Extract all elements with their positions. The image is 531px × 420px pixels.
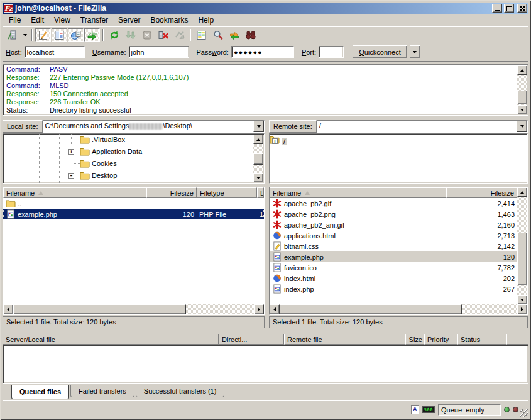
- column-size[interactable]: Size: [405, 334, 424, 345]
- scroll-down-button[interactable]: [517, 295, 527, 304]
- refresh-button[interactable]: [106, 28, 122, 42]
- scroll-up-button[interactable]: [517, 187, 527, 197]
- remote-tree[interactable]: + /: [269, 133, 528, 184]
- scroll-left-button[interactable]: [270, 304, 280, 314]
- scroll-left-button[interactable]: [3, 304, 13, 314]
- resize-grip[interactable]: [520, 409, 528, 417]
- username-input[interactable]: [129, 46, 189, 58]
- site-manager-button[interactable]: [4, 28, 20, 42]
- directory-comparison-button[interactable]: [194, 28, 209, 42]
- host-input[interactable]: [25, 46, 85, 58]
- column-remote-file[interactable]: Remote file: [284, 334, 405, 345]
- local-tree[interactable]: .VirtualBox + Application Data Cookies -…: [3, 133, 265, 184]
- tab-failed-transfers[interactable]: Failed transfers: [70, 385, 134, 397]
- column-filesize[interactable]: Filesize: [146, 187, 197, 198]
- filter-button[interactable]: [210, 28, 226, 42]
- menu-bookmarks[interactable]: Bookmarks: [145, 14, 193, 26]
- file-row[interactable]: index.html 202: [270, 273, 517, 284]
- tab-successful-transfers[interactable]: Successful transfers (1): [136, 385, 225, 397]
- arrow-down-icon: [520, 299, 524, 301]
- quickconnect-dropdown[interactable]: [410, 45, 420, 58]
- column-last-modified[interactable]: L: [257, 187, 264, 198]
- cancel-button[interactable]: [139, 28, 155, 42]
- quickconnect-button[interactable]: Quickconnect: [353, 45, 407, 58]
- find-files-button[interactable]: [243, 28, 258, 42]
- close-button[interactable]: [517, 4, 527, 13]
- tree-item-cookies[interactable]: Cookies: [3, 158, 264, 170]
- scroll-up-button[interactable]: [253, 135, 263, 144]
- tree-item-virtualbox[interactable]: .VirtualBox: [3, 134, 264, 146]
- scroll-thumb[interactable]: [280, 304, 462, 314]
- remote-path-dropdown[interactable]: [517, 121, 527, 132]
- tree-item-root[interactable]: + /: [270, 135, 527, 147]
- menu-view[interactable]: View: [49, 14, 75, 26]
- file-row[interactable]: bitnami.css 2,142: [270, 241, 517, 251]
- local-hscrollbar[interactable]: [3, 304, 264, 314]
- tab-queued-files[interactable]: Queued files: [11, 385, 69, 399]
- menu-server[interactable]: Server: [113, 14, 145, 26]
- menu-help[interactable]: Help: [193, 14, 219, 26]
- maximize-button[interactable]: [504, 4, 514, 13]
- column-server-local-file[interactable]: Server/Local file: [3, 334, 219, 345]
- column-priority[interactable]: Priority: [424, 334, 457, 345]
- local-tree-scrollbar[interactable]: [253, 135, 263, 182]
- file-row[interactable]: applications.html 2,713: [270, 230, 517, 241]
- toolbar: [3, 26, 528, 43]
- column-status[interactable]: Status: [457, 334, 506, 345]
- toggle-local-tree-button[interactable]: [52, 28, 67, 42]
- tree-item-desktop[interactable]: - Desktop: [3, 170, 264, 182]
- scroll-right-button[interactable]: [254, 304, 264, 314]
- file-row[interactable]: apache_pb2.png 1,463: [270, 209, 517, 219]
- menu-file[interactable]: File: [4, 14, 26, 26]
- scroll-up-button[interactable]: [517, 65, 527, 75]
- scroll-thumb[interactable]: [517, 233, 527, 285]
- file-row[interactable]: index.php 267: [270, 284, 517, 294]
- expand-icon[interactable]: +: [68, 149, 74, 155]
- scroll-thumb[interactable]: [253, 153, 263, 165]
- file-row-parent-dir[interactable]: ..: [3, 198, 264, 209]
- toggle-message-log-button[interactable]: [35, 28, 51, 42]
- menu-transfer[interactable]: Transfer: [75, 14, 113, 26]
- process-queue-button[interactable]: [123, 28, 138, 42]
- remote-hscrollbar[interactable]: [270, 304, 527, 314]
- file-row-example-php[interactable]: example.php 120 PHP File 1: [3, 209, 264, 219]
- queue-list[interactable]: [3, 345, 528, 384]
- column-direction[interactable]: Directi...: [219, 334, 284, 345]
- site-manager-dropdown[interactable]: [21, 28, 29, 42]
- file-row[interactable]: apache_pb2.gif 2,414: [270, 198, 517, 209]
- local-path-dropdown[interactable]: [253, 121, 264, 132]
- collapse-icon[interactable]: -: [68, 173, 74, 179]
- column-filesize[interactable]: Filesize: [446, 187, 517, 198]
- synchronized-browsing-button[interactable]: [226, 28, 242, 42]
- remote-path-combo[interactable]: /: [317, 120, 528, 133]
- file-row[interactable]: apache_pb2_ani.gif 2,160: [270, 219, 517, 230]
- password-input[interactable]: [231, 46, 294, 58]
- tree-item-application-data[interactable]: + Application Data: [3, 146, 264, 158]
- menu-edit[interactable]: Edit: [26, 14, 49, 26]
- toggle-remote-tree-button[interactable]: [68, 28, 84, 42]
- local-path-combo[interactable]: C:\Documents and Settings\Desktop\: [43, 120, 265, 133]
- minimize-button[interactable]: [492, 4, 502, 13]
- file-row[interactable]: favicon.ico 7,782: [270, 262, 517, 273]
- scroll-thumb[interactable]: [13, 304, 186, 314]
- speed-limits-icon[interactable]: 500: [422, 406, 435, 413]
- reconnect-button[interactable]: [172, 28, 187, 42]
- remote-vscrollbar[interactable]: [517, 187, 527, 304]
- scroll-down-button[interactable]: [253, 173, 263, 182]
- expand-icon[interactable]: +: [272, 138, 278, 144]
- scroll-thumb[interactable]: [517, 91, 527, 104]
- port-input[interactable]: [319, 46, 344, 58]
- toggle-queue-button[interactable]: [84, 28, 100, 42]
- scroll-down-button[interactable]: [517, 105, 527, 114]
- disconnect-button[interactable]: [155, 28, 171, 42]
- file-row-selected[interactable]: example.php 120: [270, 251, 517, 262]
- transfer-type-icon[interactable]: A: [411, 405, 419, 414]
- scroll-right-button[interactable]: [517, 304, 527, 314]
- column-filename[interactable]: Filename: [3, 187, 146, 198]
- local-path-value[interactable]: C:\Documents and Settings\Desktop\: [43, 121, 253, 132]
- column-filetype[interactable]: Filetype: [197, 187, 257, 198]
- column-filename[interactable]: Filename: [270, 187, 446, 198]
- log-scrollbar[interactable]: [517, 65, 527, 114]
- menu-bar: File Edit View Transfer Server Bookmarks…: [3, 14, 528, 26]
- remote-path-value[interactable]: /: [317, 121, 517, 132]
